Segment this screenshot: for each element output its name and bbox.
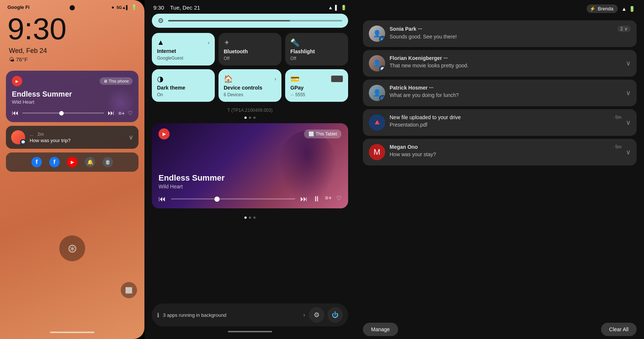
qs-status-icons: ▲ ▌ 🔋 (328, 5, 347, 10)
brightness-icon: ⚙ (158, 17, 164, 25)
device-controls-tile[interactable]: 🏠 › Device controls 6 Devices (218, 69, 281, 102)
battery-icon: 🔋 (131, 4, 137, 10)
dot-3 (253, 117, 256, 119)
internet-sublabel: GoogleGuest (157, 56, 210, 61)
brightness-slider[interactable] (168, 20, 342, 21)
facebook-icon[interactable]: f (31, 157, 42, 167)
dark-theme-sublabel: On (157, 92, 210, 97)
notification-patrick[interactable]: 👤 📹 Patrick Hosmer ··· What are you doin… (363, 80, 637, 106)
bluetooth-sublabel: Off (224, 56, 276, 61)
notification-drive[interactable]: 🔺 New file uploaded to your drive · 5m P… (363, 109, 637, 136)
page-dots (152, 115, 348, 120)
internet-arrow-icon: › (208, 40, 210, 46)
weather-temp: 76°F (16, 56, 28, 63)
bluetooth-label: Bluetooth (224, 48, 276, 54)
music-progress-bar[interactable] (22, 113, 104, 114)
trash-icon[interactable]: 🗑 (103, 157, 113, 167)
flashlight-label: Flashlight (290, 48, 343, 54)
phone-music-card[interactable]: ▶ 🖥 This phone Endless Summer Wild Heart… (6, 71, 139, 122)
flashlight-sublabel: Off (290, 56, 343, 61)
next-button[interactable]: ⏭ (108, 109, 114, 117)
dark-theme-label: Dark theme (157, 85, 210, 91)
wifi-icon: ▲ (328, 5, 333, 10)
dot-1 (244, 117, 247, 119)
qs-next-button[interactable]: ⏭ (300, 195, 308, 203)
notifications-panel: ⚡ Brenda ▲ 🔋 👤 🐦 Sonia Park ··· 2 ∨ (356, 0, 644, 339)
manage-button[interactable]: Manage (363, 323, 398, 336)
facebook-icon-2[interactable]: f (49, 157, 60, 167)
flashlight-tile[interactable]: 🔦 Flashlight Off (285, 33, 348, 66)
lightning-icon: ⚡ (590, 6, 595, 11)
megan-expand-button[interactable]: ∨ (626, 148, 631, 156)
device-controls-label: Device controls (224, 85, 276, 91)
drive-avatar: 🔺 (369, 114, 385, 131)
qs-progress-bar[interactable] (171, 198, 295, 199)
qs-prev-button[interactable]: ⏮ (159, 195, 166, 203)
prev-button[interactable]: ⏮ (12, 109, 19, 117)
quick-settings-panel: 9:30 Tue, Dec 21 ▲ ▌ 🔋 ⚙ ▲ › Internet Go… (144, 0, 356, 339)
patrick-message: What are you doing for lunch? (390, 92, 621, 98)
florian-avatar: 👤 💬 (369, 55, 385, 71)
phone-notif-sender: ... 2m (30, 132, 124, 137)
notification-florian[interactable]: 👤 💬 Florian Koenigberger ··· That new mo… (363, 50, 637, 77)
queue-icon[interactable]: ≡+ (118, 110, 125, 117)
gpay-tile[interactable]: 💳 GPay ··· 5555 (285, 69, 348, 102)
bell-icon[interactable]: 🔔 (85, 157, 95, 167)
device-controls-sublabel: 6 Devices (224, 92, 276, 97)
patrick-avatar: 👤 📹 (369, 85, 385, 101)
device-controls-arrow: › (274, 76, 276, 82)
florian-expand-button[interactable]: ∨ (626, 59, 631, 67)
tablet-status-icons: ▲ 🔋 (621, 6, 635, 12)
gpay-icon: 💳 (290, 74, 300, 83)
gpay-label: GPay (290, 85, 343, 91)
youtube-icon[interactable]: ▶ (67, 157, 77, 167)
notification-megan[interactable]: M Megan Ono · 5m How was your stay? ∨ (363, 139, 637, 165)
messages-badge: 💬 (379, 66, 385, 71)
this-phone-badge: 🖥 This phone (100, 77, 133, 85)
device-controls-icon: 🏠 (224, 74, 233, 83)
phone-notification[interactable]: 💬 ... 2m How was your trip? ∨ (6, 126, 139, 149)
settings-button[interactable]: ⚙ (309, 307, 324, 323)
internet-tile[interactable]: ▲ › Internet GoogleGuest (152, 33, 215, 66)
qs-queue-icon[interactable]: ≡+ (325, 195, 332, 203)
app-icons-row: f f ▶ 🔔 🗑 (6, 152, 139, 172)
notification-sonia[interactable]: 👤 🐦 Sonia Park ··· 2 ∨ Sounds good. See … (363, 20, 637, 47)
home-bar (50, 332, 94, 333)
music-page-dots (152, 217, 348, 219)
florian-sender: Florian Koenigberger ··· (390, 55, 448, 61)
progress-dot (59, 111, 64, 115)
drive-sender: New file uploaded to your drive (390, 114, 461, 120)
power-button[interactable]: ⏻ (327, 307, 343, 323)
qs-music-player[interactable]: ▶ ⬜ This Tablet Endless Summer Wild Hear… (152, 123, 348, 208)
brightness-row[interactable]: ⚙ (152, 14, 348, 28)
megan-sender: Megan Ono (390, 144, 418, 150)
card-visual (331, 75, 343, 82)
clear-all-button[interactable]: Clear All (601, 323, 637, 336)
qs-time: 9:30 (153, 4, 164, 11)
notification-actions: Manage Clear All (363, 318, 637, 339)
music-app-icon: ▶ (12, 76, 22, 86)
bluetooth-tile[interactable]: ✦ Bluetooth Off (218, 33, 281, 66)
drive-icon: 🔺 (372, 118, 382, 127)
sonia-count-badge: 2 ∨ (617, 26, 631, 32)
qs-pause-button[interactable]: ⏸ (313, 195, 320, 203)
tablet-icon: ⬜ (308, 131, 314, 137)
patrick-expand-button[interactable]: ∨ (626, 89, 631, 97)
brenda-badge: ⚡ Brenda (587, 4, 618, 13)
qs-action-buttons: ⚙ ⏻ (309, 307, 343, 323)
battery-status-icon: 🔋 (629, 6, 635, 12)
gpay-sublabel: ··· 5555 (290, 92, 343, 97)
power-icon: ⏻ (332, 311, 338, 319)
expand-button[interactable]: ∨ (129, 133, 133, 141)
notif-status-bar: ⚡ Brenda ▲ 🔋 (363, 0, 637, 20)
qs-like-icon[interactable]: ♡ (336, 195, 341, 203)
background-apps-bar[interactable]: ℹ 3 apps running in background › ⚙ ⏻ (152, 303, 348, 326)
recents-button[interactable]: ⬜ (121, 282, 137, 298)
carrier-label: Google Fi (7, 4, 30, 10)
like-icon[interactable]: ♡ (128, 110, 133, 117)
fingerprint-button[interactable]: ⊛ (59, 235, 85, 261)
qs-progress-dot (214, 197, 220, 202)
info-icon: ℹ (157, 312, 159, 319)
dark-theme-tile[interactable]: ◑ Dark theme On (152, 69, 215, 102)
drive-expand-button[interactable]: ∨ (626, 118, 631, 127)
